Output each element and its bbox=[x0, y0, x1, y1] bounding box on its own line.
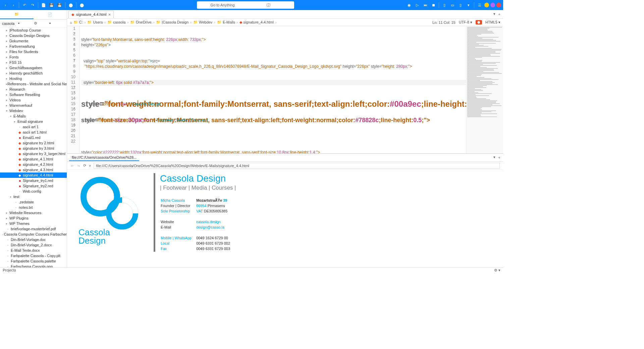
tree-item[interactable]: ▫briefvorlage-musterbrief.pdf bbox=[0, 226, 67, 232]
tree-item[interactable]: ▫.zedstate bbox=[0, 199, 67, 205]
nav-stop-icon[interactable]: × bbox=[89, 164, 91, 168]
tree-item[interactable]: ▸Farbverwaltung bbox=[0, 44, 67, 49]
breadcrumb-item[interactable]: 📁 Webdev › bbox=[193, 20, 216, 24]
code-editor[interactable]: 12▾3▾4▾5▾67▾89101112▾13▾141516▾171819▾20… bbox=[67, 26, 503, 153]
tree-item[interactable]: ▾E-Mails bbox=[0, 113, 67, 119]
layout-bottom-icon[interactable]: ▭ bbox=[449, 2, 456, 8]
file-tree: ▸|Photoshop Course▸Cassola Design Design… bbox=[0, 28, 67, 267]
breadcrumb-item[interactable]: 📁 Users › bbox=[87, 20, 106, 24]
tree-item[interactable]: ▸Hosting bbox=[0, 76, 67, 81]
statusbar-label[interactable]: Projects bbox=[3, 268, 16, 272]
breadcrumb-item[interactable]: 📁 C: › bbox=[73, 20, 87, 24]
tree-item[interactable]: ▸Hanndy geschäftlich bbox=[0, 70, 67, 76]
tree-item[interactable]: ▫ascii art 1 bbox=[0, 124, 67, 130]
step-icon[interactable]: ⏭ bbox=[422, 2, 429, 8]
tree-item[interactable]: ▸Email signature bbox=[0, 119, 67, 124]
tree-item[interactable]: ◆ascii art 1.html bbox=[0, 130, 67, 135]
play-icon[interactable]: ▷ bbox=[414, 2, 421, 8]
tree-item[interactable]: ▸Website Resources bbox=[0, 210, 67, 215]
language-selector[interactable]: HTML5 ▾ bbox=[485, 20, 500, 24]
goto-anything-search[interactable]: Go to Anything ⓘ bbox=[197, 1, 294, 9]
tree-item[interactable]: ▫Farbpalette Cassola - Copy.plt bbox=[0, 253, 67, 258]
layout-right-icon[interactable]: ▯ bbox=[457, 2, 464, 8]
nav-forward-icon[interactable]: → bbox=[77, 164, 80, 168]
tree-item[interactable]: ◆signature_4.3.html bbox=[0, 167, 67, 172]
tree-item[interactable]: ▸Files for Students bbox=[0, 49, 67, 54]
gear-icon[interactable]: ⚙ bbox=[34, 21, 49, 26]
minimize-button[interactable] bbox=[484, 3, 489, 7]
tab-menu-icon[interactable]: ▾ bbox=[493, 12, 495, 17]
tree-item[interactable]: ▫Web.config bbox=[0, 189, 67, 194]
contact-row: Founder | Director66954 Pirmasens bbox=[161, 203, 234, 208]
tree-item[interactable]: ◆signature_4.4.html bbox=[0, 172, 67, 178]
tree-item[interactable]: ▫Farbpalette Cassola.palette bbox=[0, 258, 67, 264]
breadcrumb-item[interactable]: 📁 OneDrive › bbox=[130, 20, 155, 24]
stop-icon[interactable]: ⏹ bbox=[430, 2, 437, 8]
tree-item[interactable]: ▸WP Themes bbox=[0, 221, 67, 226]
add-tab-icon[interactable]: ＋ bbox=[497, 12, 501, 17]
minimap[interactable] bbox=[466, 26, 503, 153]
tree-item[interactable]: ▫Cassola Computer Courses Farbschem... bbox=[0, 232, 67, 237]
breadcrumb-item[interactable]: 📁 cassola › bbox=[107, 20, 129, 24]
tree-item[interactable]: ▫notes.txt bbox=[0, 205, 67, 210]
nav-reload-icon[interactable]: ⟳ bbox=[83, 163, 86, 168]
tree-item[interactable]: ▸Fonts bbox=[0, 54, 67, 60]
tree-item[interactable]: ▸Geschäftsausgaben bbox=[0, 65, 67, 70]
tree-item[interactable]: ■Signature_try1.red bbox=[0, 178, 67, 183]
tree-item[interactable]: ▸Warenverkauf bbox=[0, 103, 67, 108]
layout-left-icon[interactable]: ▯ bbox=[441, 2, 448, 8]
tree-item[interactable]: ▸FSS 15 bbox=[0, 60, 67, 65]
tree-item[interactable]: ▸|Photoshop Course bbox=[0, 28, 67, 33]
tree-item[interactable]: ■Email1.red bbox=[0, 135, 67, 140]
tree-item[interactable]: ◆signature try 2.html bbox=[0, 140, 67, 146]
record-icon[interactable]: ◉ bbox=[406, 2, 413, 8]
tool-button-2[interactable]: ⬤ bbox=[78, 2, 85, 8]
preview-menu-icon[interactable]: ▾ bbox=[493, 155, 495, 160]
encoding[interactable]: UTF-8 ▾ bbox=[459, 20, 472, 24]
new-file-button[interactable]: 📄 bbox=[40, 2, 47, 8]
tool-button-1[interactable]: ⬤ bbox=[67, 2, 74, 8]
tree-item[interactable]: ■Signature_try2.red bbox=[0, 183, 67, 189]
tree-item[interactable]: ▸test bbox=[0, 194, 67, 199]
statusbar-gear-icon[interactable]: ⚙ ▾ bbox=[494, 268, 500, 272]
tree-item[interactable]: ▫E-Mail Texte.docx bbox=[0, 248, 67, 253]
save-all-button[interactable]: 💾 bbox=[56, 2, 63, 8]
url-bar[interactable]: file:///C:/Users/cassola/OneDrive/%28Cas… bbox=[94, 163, 500, 169]
places-tab[interactable]: 📁 bbox=[0, 10, 34, 19]
project-name[interactable]: cassola bbox=[2, 21, 17, 26]
tree-item[interactable]: ◆signature_4.2.html bbox=[0, 162, 67, 167]
back-button[interactable]: ‹ bbox=[2, 2, 9, 8]
tree-item[interactable]: ▫Farbschema Cassola.ppp bbox=[0, 264, 67, 267]
tree-item[interactable]: ▫Din-Brief-Vorlage.doc bbox=[0, 237, 67, 242]
tree-item[interactable]: ◆signature try 3_larger.html bbox=[0, 151, 67, 156]
close-tab-icon[interactable]: × bbox=[109, 12, 111, 16]
breadcrumb-item[interactable]: 📁 E-Mails › bbox=[217, 20, 238, 24]
layout-more-icon[interactable]: ▾ bbox=[465, 2, 472, 8]
undo-button[interactable]: ↶ bbox=[21, 2, 28, 8]
tree-item[interactable]: ▸Dokumente bbox=[0, 38, 67, 44]
nav-back-icon[interactable]: ← bbox=[70, 164, 74, 168]
breadcrumb-item[interactable]: ◆ signature_4.4.html › bbox=[239, 20, 277, 24]
menu-icon[interactable]: ☰ bbox=[476, 2, 483, 8]
preview-tab[interactable]: file:///C:/Users/cassola/OneDrive/%28... bbox=[69, 154, 139, 161]
tree-item[interactable]: ▸Software Reselling bbox=[0, 92, 67, 97]
tree-item[interactable]: ▸Cassola Design Designs bbox=[0, 33, 67, 38]
tree-item[interactable]: ▾Webdev bbox=[0, 108, 67, 113]
files-tab[interactable]: 📄 bbox=[34, 10, 67, 19]
tree-item[interactable]: ▫Din-Brief-Vorlage_2.docx bbox=[0, 242, 67, 248]
tree-item[interactable]: ▸References - Website and Social Netw... bbox=[0, 81, 67, 87]
close-button[interactable] bbox=[496, 3, 501, 7]
tree-item[interactable]: ▸Research bbox=[0, 87, 67, 92]
forward-button[interactable]: › bbox=[10, 2, 17, 8]
tree-item[interactable]: ▸Videos bbox=[0, 97, 67, 103]
preview-add-icon[interactable]: ＋ bbox=[497, 155, 501, 160]
maximize-button[interactable] bbox=[490, 3, 495, 7]
tree-item[interactable]: ▸WP Plugins bbox=[0, 215, 67, 221]
tree-item[interactable]: ◆signature try 3.html bbox=[0, 146, 67, 151]
save-button[interactable]: 💾 bbox=[48, 2, 55, 8]
home-icon[interactable]: ⌂ bbox=[70, 20, 72, 24]
redo-button[interactable]: ↷ bbox=[29, 2, 36, 8]
tree-item[interactable]: ◆signature_4.1.html bbox=[0, 156, 67, 162]
breadcrumb-item[interactable]: 📁 |Cassola Design › bbox=[156, 20, 192, 24]
editor-tab[interactable]: ◆ signature_4.4.html × bbox=[68, 11, 114, 18]
